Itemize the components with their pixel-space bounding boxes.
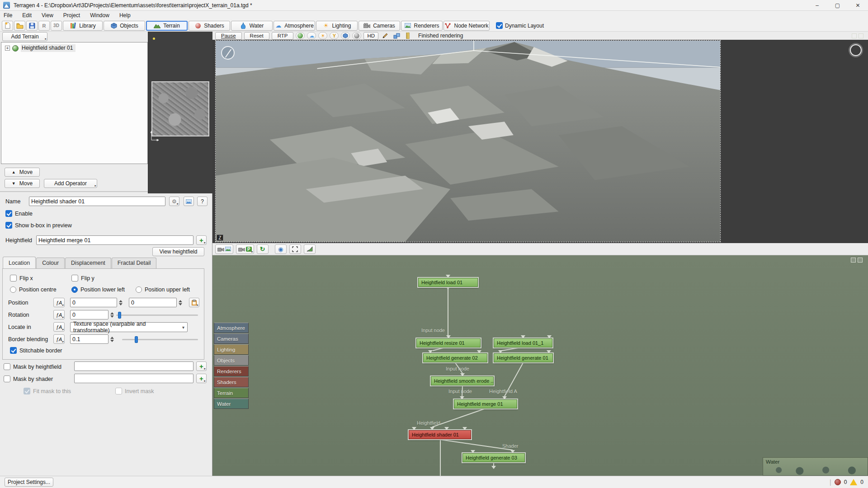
- flip-x-checkbox[interactable]: [10, 275, 17, 282]
- heightfield-add-button[interactable]: +: [196, 235, 207, 245]
- terrain-slope-button[interactable]: [304, 244, 316, 254]
- project-settings-button[interactable]: Project Settings...: [5, 478, 53, 487]
- dynamic-layout-checkbox[interactable]: [496, 22, 503, 29]
- toolbar-terrain[interactable]: Terrain: [146, 21, 188, 31]
- copy-camera-button[interactable]: [215, 244, 233, 254]
- tree-item-label[interactable]: Heightfield shader 01: [21, 44, 75, 52]
- border-blending-slider[interactable]: [122, 339, 198, 340]
- open-file-button[interactable]: [14, 21, 25, 31]
- invert-mask-checkbox[interactable]: [115, 388, 122, 394]
- border-blending-slider-handle[interactable]: [135, 336, 138, 343]
- show-bbox-toggle[interactable]: Show b-box in preview: [5, 222, 72, 229]
- refresh-view-button[interactable]: ↻: [257, 244, 269, 254]
- position-x-spinner[interactable]: [118, 298, 123, 307]
- render-view[interactable]: Z: [215, 40, 721, 242]
- tab-colour[interactable]: Colour: [36, 258, 65, 268]
- new-file-button[interactable]: [2, 21, 13, 31]
- heightfield-thumbnail[interactable]: [151, 81, 209, 136]
- toolbar-lighting[interactable]: ☀Lighting: [316, 21, 358, 31]
- node-heightfield-generate-03[interactable]: Heightfield generate 03: [462, 453, 525, 462]
- lighting-toggle[interactable]: Y: [330, 32, 339, 39]
- node-heightfield-merge-01[interactable]: Heightfield merge 01: [454, 399, 517, 408]
- stitchable-border-toggle[interactable]: Stitchable border: [10, 347, 62, 354]
- name-input[interactable]: [29, 197, 165, 206]
- mask-by-shader-toggle[interactable]: Mask by shader: [4, 375, 53, 382]
- enable-checkbox[interactable]: [5, 210, 12, 217]
- border-function-button[interactable]: ƒA: [53, 334, 65, 344]
- compass-widget[interactable]: [221, 46, 235, 60]
- z-depth-badge[interactable]: Z: [217, 235, 223, 241]
- node-heightfield-shader-01[interactable]: Heightfield shader 01: [409, 430, 471, 439]
- gear-button[interactable]: ⚙: [169, 197, 179, 206]
- camera-preset-button[interactable]: P: [236, 244, 254, 254]
- position-centre-option[interactable]: Position centre: [10, 286, 57, 293]
- view-heightfield-button[interactable]: View heightfield: [152, 247, 204, 256]
- toolbar-cameras[interactable]: Cameras: [359, 21, 400, 31]
- mask-by-heightfield-toggle[interactable]: Mask by heightfield: [4, 363, 61, 370]
- position-upper-left-radio[interactable]: [136, 286, 142, 293]
- mask-heightfield-add-button[interactable]: +: [196, 361, 207, 371]
- position-lower-left-option[interactable]: Position lower left: [71, 286, 125, 293]
- menu-help[interactable]: Help: [119, 12, 131, 19]
- sunlight-toggle[interactable]: ☀: [318, 32, 327, 39]
- mask-by-heightfield-checkbox[interactable]: [4, 363, 10, 370]
- render-panel-controls[interactable]: [852, 33, 863, 38]
- border-blending-input[interactable]: [70, 334, 108, 344]
- node-heightfield-resize-01[interactable]: Heightfield resize 01: [416, 338, 481, 347]
- heightfield-input[interactable]: [36, 235, 193, 245]
- node-heightfield-smooth-erode[interactable]: Heightfield smooth erode ..: [431, 376, 494, 385]
- panel-menu-icon[interactable]: [859, 33, 863, 38]
- paint-button[interactable]: [381, 32, 390, 39]
- position-lower-left-radio[interactable]: [71, 286, 78, 293]
- tree-item-heightfield-shader[interactable]: + Heightfield shader 01: [1, 42, 147, 52]
- shading-toggle[interactable]: [352, 32, 361, 39]
- ruler-button[interactable]: [403, 32, 412, 39]
- rotation-slider-handle[interactable]: [118, 312, 121, 319]
- toolbar-objects[interactable]: Objects: [104, 21, 145, 31]
- position-function-button[interactable]: ƒA: [53, 298, 65, 307]
- node-heightfield-generate-01[interactable]: Heightfield generate 01: [494, 353, 553, 362]
- expander-icon[interactable]: +: [5, 46, 10, 51]
- menu-edit[interactable]: Edit: [22, 12, 32, 19]
- position-x-input[interactable]: [70, 298, 117, 307]
- position-upper-left-option[interactable]: Position upper left: [136, 286, 190, 293]
- sun-position-widget[interactable]: [850, 44, 862, 56]
- position-centre-radio[interactable]: [10, 286, 16, 293]
- fit-mask-toggle[interactable]: Fit mask to this: [24, 388, 71, 394]
- warning-icon[interactable]: [850, 479, 857, 485]
- show-bbox-checkbox[interactable]: [5, 222, 12, 229]
- toolbar-library[interactable]: Library: [63, 21, 103, 31]
- toolbar-atmosphere[interactable]: ☁Atmosphere: [274, 21, 315, 31]
- flip-x-toggle[interactable]: Flip x: [10, 275, 33, 282]
- tab-fractal-detail[interactable]: Fractal Detail: [112, 258, 157, 268]
- rotation-slider[interactable]: [116, 314, 198, 316]
- node-heightfield-generate-02[interactable]: Heightfield generate 02: [423, 353, 487, 362]
- planet-toggle[interactable]: [296, 32, 305, 39]
- help-button[interactable]: ?: [197, 197, 208, 206]
- border-blending-spinner[interactable]: [109, 334, 115, 344]
- stitchable-border-checkbox[interactable]: [10, 347, 17, 354]
- clouds-toggle[interactable]: ☁: [307, 32, 316, 39]
- close-button[interactable]: ✕: [848, 0, 868, 11]
- reset-button[interactable]: Reset: [244, 32, 269, 40]
- rtp-button[interactable]: RTP: [272, 32, 294, 40]
- position-paste-button[interactable]: [189, 298, 199, 307]
- render-view-button[interactable]: R: [38, 21, 50, 31]
- toolbar-renderers[interactable]: Renderers: [401, 21, 443, 31]
- tab-location[interactable]: Location: [3, 257, 36, 268]
- enable-toggle[interactable]: Enable: [5, 210, 33, 217]
- rotation-input[interactable]: [70, 310, 108, 319]
- visibility-button[interactable]: ◉: [275, 244, 287, 254]
- position-y-spinner[interactable]: [177, 298, 183, 307]
- position-y-input[interactable]: [129, 298, 177, 307]
- flip-y-checkbox[interactable]: [71, 275, 78, 282]
- move-up-button[interactable]: ▲Move: [5, 168, 40, 177]
- mask-by-shader-input[interactable]: [74, 374, 193, 383]
- 3d-view-button[interactable]: 3D: [51, 21, 62, 31]
- toolbar-water[interactable]: Water: [231, 21, 273, 31]
- add-terrain-button[interactable]: Add Terrain: [2, 32, 47, 41]
- invert-mask-toggle[interactable]: Invert mask: [115, 388, 154, 394]
- preview-image-button[interactable]: [184, 197, 194, 206]
- rotation-function-button[interactable]: ƒA: [53, 310, 65, 319]
- locate-function-button[interactable]: ƒA: [53, 322, 65, 332]
